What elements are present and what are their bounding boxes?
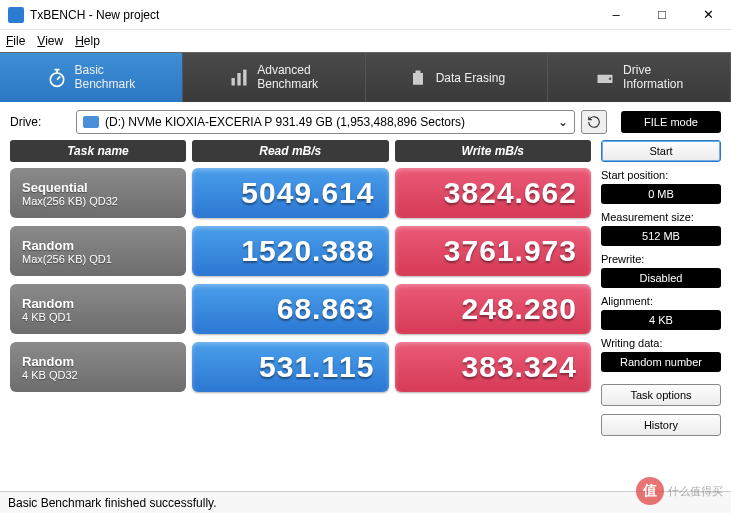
drive-row: Drive: (D:) NVMe KIOXIA-EXCERIA P 931.49…: [0, 102, 731, 140]
reload-icon: [587, 115, 601, 129]
prewrite-value[interactable]: Disabled: [601, 268, 721, 288]
tab-label: Data Erasing: [436, 71, 505, 85]
task-cell: SequentialMax(256 KB) QD32: [10, 168, 186, 218]
bench-row: SequentialMax(256 KB) QD325049.6143824.6…: [10, 168, 591, 218]
results-panel: Task name Read mB/s Write mB/s Sequentia…: [10, 140, 591, 436]
task-subtitle: Max(256 KB) QD32: [22, 195, 174, 207]
minimize-button[interactable]: –: [593, 0, 639, 30]
write-value: 3824.662: [395, 168, 592, 218]
stopwatch-icon: [47, 68, 67, 88]
task-options-button[interactable]: Task options: [601, 384, 721, 406]
statusbar: Basic Benchmark finished successfully.: [0, 491, 731, 513]
history-button[interactable]: History: [601, 414, 721, 436]
tab-label: Advanced Benchmark: [257, 64, 318, 90]
chevron-down-icon: ⌄: [558, 115, 568, 129]
write-value: 383.324: [395, 342, 592, 392]
tab-label: Basic Benchmark: [75, 64, 136, 90]
svg-point-5: [609, 77, 612, 80]
menu-view[interactable]: View: [37, 34, 63, 48]
drive-icon: [595, 68, 615, 88]
tab-advanced-benchmark[interactable]: Advanced Benchmark: [183, 53, 366, 102]
task-cell: RandomMax(256 KB) QD1: [10, 226, 186, 276]
alignment-value[interactable]: 4 KB: [601, 310, 721, 330]
task-cell: Random4 KB QD1: [10, 284, 186, 334]
tabbar: Basic Benchmark Advanced Benchmark Data …: [0, 52, 731, 102]
tab-drive-information[interactable]: Drive Information: [548, 53, 731, 102]
task-subtitle: 4 KB QD1: [22, 311, 174, 323]
writing-data-label: Writing data:: [601, 337, 721, 349]
measurement-size-value[interactable]: 512 MB: [601, 226, 721, 246]
drive-select[interactable]: (D:) NVMe KIOXIA-EXCERIA P 931.49 GB (1,…: [76, 110, 575, 134]
drive-value: (D:) NVMe KIOXIA-EXCERIA P 931.49 GB (1,…: [105, 115, 465, 129]
start-position-value[interactable]: 0 MB: [601, 184, 721, 204]
maximize-button[interactable]: □: [639, 0, 685, 30]
task-title: Random: [22, 354, 174, 369]
titlebar: TxBENCH - New project – □ ✕: [0, 0, 731, 30]
menubar: File View Help: [0, 30, 731, 52]
start-position-label: Start position:: [601, 169, 721, 181]
task-title: Sequential: [22, 180, 174, 195]
bars-icon: [229, 68, 249, 88]
tab-label: Drive Information: [623, 64, 683, 90]
write-value: 3761.973: [395, 226, 592, 276]
drive-label: Drive:: [10, 115, 70, 129]
tab-data-erasing[interactable]: Data Erasing: [366, 53, 549, 102]
reload-button[interactable]: [581, 110, 607, 134]
alignment-label: Alignment:: [601, 295, 721, 307]
writing-data-value[interactable]: Random number: [601, 352, 721, 372]
col-task-name: Task name: [10, 140, 186, 162]
disk-icon: [83, 116, 99, 128]
app-icon: [8, 7, 24, 23]
file-mode-button[interactable]: FILE mode: [621, 111, 721, 133]
task-title: Random: [22, 238, 174, 253]
task-cell: Random4 KB QD32: [10, 342, 186, 392]
measurement-size-label: Measurement size:: [601, 211, 721, 223]
read-value: 68.863: [192, 284, 389, 334]
col-write: Write mB/s: [395, 140, 592, 162]
svg-rect-1: [232, 78, 235, 86]
bench-row: Random4 KB QD32531.115383.324: [10, 342, 591, 392]
task-title: Random: [22, 296, 174, 311]
prewrite-label: Prewrite:: [601, 253, 721, 265]
read-value: 531.115: [192, 342, 389, 392]
menu-file[interactable]: File: [6, 34, 25, 48]
col-read: Read mB/s: [192, 140, 389, 162]
svg-point-0: [50, 73, 63, 86]
task-subtitle: Max(256 KB) QD1: [22, 253, 174, 265]
bench-row: Random4 KB QD168.863248.280: [10, 284, 591, 334]
start-button[interactable]: Start: [601, 140, 721, 162]
tab-basic-benchmark[interactable]: Basic Benchmark: [0, 53, 183, 102]
svg-rect-3: [243, 69, 246, 85]
sidebar: Start Start position: 0 MB Measurement s…: [601, 140, 721, 436]
status-text: Basic Benchmark finished successfully.: [8, 496, 217, 510]
read-value: 5049.614: [192, 168, 389, 218]
task-subtitle: 4 KB QD32: [22, 369, 174, 381]
write-value: 248.280: [395, 284, 592, 334]
erase-icon: [408, 68, 428, 88]
svg-rect-2: [238, 73, 241, 86]
menu-help[interactable]: Help: [75, 34, 100, 48]
window-title: TxBENCH - New project: [30, 8, 593, 22]
close-button[interactable]: ✕: [685, 0, 731, 30]
bench-row: RandomMax(256 KB) QD11520.3883761.973: [10, 226, 591, 276]
read-value: 1520.388: [192, 226, 389, 276]
